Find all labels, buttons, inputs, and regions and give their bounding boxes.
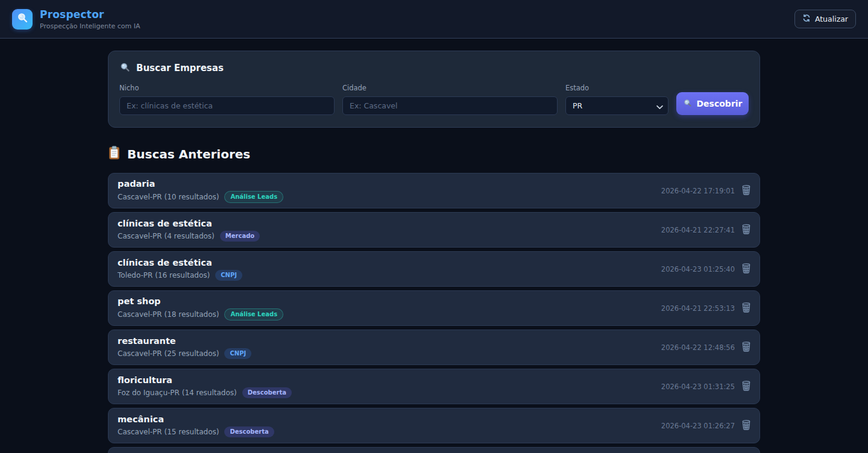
history-item[interactable]: clínicas de estética Cascavel-PR (4 resu… [108, 212, 760, 248]
category-badge: Análise Leads [224, 191, 283, 203]
search-meta: Cascavel-PR (18 resultados) [118, 310, 219, 319]
trash-icon [741, 223, 751, 236]
delete-button[interactable] [741, 302, 751, 314]
main-content: Buscar Empresas Nicho Cidade Estado PR [108, 51, 760, 453]
category-badge: CNPJ [215, 270, 242, 281]
trash-icon [741, 380, 751, 393]
nicho-input[interactable] [119, 96, 335, 115]
refresh-button-label: Atualizar [815, 14, 848, 23]
category-badge: Análise Leads [224, 308, 283, 320]
history-item[interactable]: pet shop Cascavel-PR (18 resultados) Aná… [108, 290, 760, 326]
history-item[interactable]: clínicas de estética Toledo-PR (16 resul… [108, 251, 760, 287]
app-title: Prospector [40, 8, 140, 20]
history-title: Buscas Anteriores [127, 147, 250, 161]
search-title: mecânica [118, 414, 274, 424]
app-subtitle: Prospecção Inteligente com IA [40, 22, 140, 30]
search-meta: Cascavel-PR (25 resultados) [118, 349, 219, 358]
cidade-input[interactable] [342, 96, 558, 115]
history-item[interactable]: mecânica Cascavel-PR (15 resultados) Des… [108, 408, 760, 443]
refresh-icon [802, 14, 811, 24]
delete-button[interactable] [741, 223, 751, 236]
history-item[interactable]: padaria Cascavel-PR (10 resultados) Anál… [108, 173, 760, 208]
app-logo [12, 9, 33, 30]
delete-button[interactable] [741, 380, 751, 393]
search-title: pet shop [118, 296, 283, 306]
trash-icon [741, 419, 751, 432]
search-title: floricultura [118, 375, 292, 385]
search-title: clínicas de estética [118, 219, 260, 228]
cidade-label: Cidade [342, 84, 558, 92]
estado-select[interactable]: PR [565, 96, 668, 115]
search-meta: Cascavel-PR (10 resultados) [118, 193, 219, 201]
history-item[interactable]: floricultura Foz do Iguaçu-PR (14 result… [108, 369, 760, 404]
category-badge: Descoberta [224, 426, 274, 437]
history-item[interactable]: pet shop [108, 447, 760, 453]
history-item[interactable]: restaurante Cascavel-PR (25 resultados) … [108, 330, 760, 365]
search-meta: Cascavel-PR (4 resultados) [118, 232, 215, 240]
search-card-title: Buscar Empresas [136, 63, 224, 73]
magnifier-icon [119, 61, 130, 75]
search-meta: Foz do Iguaçu-PR (14 resultados) [118, 389, 237, 397]
timestamp: 2026-04-22 12:48:56 [661, 343, 735, 352]
search-card-heading: Buscar Empresas [119, 61, 749, 75]
search-title: restaurante [118, 336, 251, 346]
nicho-label: Nicho [119, 84, 335, 92]
search-title: clínicas de estética [118, 258, 242, 267]
clipboard-icon [108, 146, 121, 163]
category-badge: CNPJ [224, 348, 251, 359]
timestamp: 2026-04-21 22:53:13 [661, 304, 735, 313]
app-header: Prospector Prospecção Inteligente com IA… [0, 0, 868, 39]
timestamp: 2026-04-23 01:31:25 [661, 383, 735, 391]
brand: Prospector Prospecção Inteligente com IA [12, 8, 140, 30]
refresh-button[interactable]: Atualizar [794, 10, 856, 28]
history-heading: Buscas Anteriores [108, 146, 760, 163]
trash-icon [741, 184, 751, 197]
discover-button[interactable]: Descobrir [676, 92, 749, 115]
magnifier-icon [17, 12, 28, 26]
category-badge: Mercado [220, 231, 260, 242]
trash-icon [741, 263, 751, 275]
search-title: padaria [118, 179, 283, 189]
delete-button[interactable] [741, 184, 751, 197]
timestamp: 2026-04-23 01:26:27 [661, 422, 735, 430]
timestamp: 2026-04-22 17:19:01 [661, 187, 735, 195]
timestamp: 2026-04-21 22:27:41 [661, 226, 735, 234]
discover-button-label: Descobrir [697, 99, 743, 108]
delete-button[interactable] [741, 341, 751, 354]
timestamp: 2026-04-23 01:25:40 [661, 265, 735, 273]
trash-icon [741, 302, 751, 314]
magnifier-icon [683, 98, 692, 109]
delete-button[interactable] [741, 263, 751, 275]
history-section: Buscas Anteriores padaria Cascavel-PR (1… [108, 146, 760, 453]
search-form: Nicho Cidade Estado PR [119, 84, 749, 115]
search-meta: Toledo-PR (16 resultados) [118, 271, 210, 280]
estado-label: Estado [565, 84, 668, 92]
category-badge: Descoberta [242, 387, 292, 398]
search-meta: Cascavel-PR (15 resultados) [118, 428, 219, 436]
trash-icon [741, 341, 751, 354]
history-list: padaria Cascavel-PR (10 resultados) Anál… [108, 173, 760, 453]
delete-button[interactable] [741, 419, 751, 432]
search-card: Buscar Empresas Nicho Cidade Estado PR [108, 51, 760, 128]
